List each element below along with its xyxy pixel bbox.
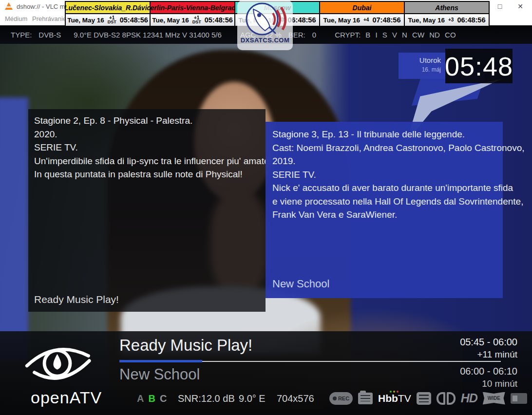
clock-time: 06:48:56 — [457, 16, 485, 24]
epg-line: In questa puntata in palestra sulle note… — [34, 168, 261, 181]
letter-a: A — [137, 393, 144, 404]
epg-line: Nick e' accusato di aver barato durante … — [272, 181, 498, 195]
clock-city-label: Berlin-Paris-Vienna-Belgrade — [151, 2, 234, 14]
smartcard-status-letters: A B C — [137, 393, 167, 404]
clock-dubai[interactable]: Dubai Tue, May 16 +4 07:48:56 — [319, 1, 405, 27]
now-remaining: +11 minút — [477, 349, 517, 360]
widescreen-label: WIDE — [488, 396, 500, 401]
epg-line: Frank Van Vera e SaraWiener. — [272, 208, 498, 222]
menu-item-media[interactable]: Médium — [5, 15, 27, 22]
clock-dst-label: DST — [108, 20, 116, 24]
vlc-logo-band — [6, 6, 12, 8]
epg-current-title: Ready Music Play! — [34, 294, 119, 305]
epg-line: Stagione 2, Ep. 8 - Physical - Palestra. — [34, 114, 261, 128]
transponder-info: 9.0°E DVB-S2 8PSK 12341 MHz V 31400 5/6 — [74, 31, 222, 39]
maximize-button[interactable]: □ — [490, 0, 510, 13]
clock-lucenec[interactable]: Lučenec-Slovakia_R.Dávid Tue, May 16 +1 … — [65, 1, 151, 27]
orbital-position: 9.0° E — [239, 393, 266, 404]
snr-value: SNR:12.0 dB — [178, 393, 235, 404]
epg-line: e viene processato nella Hall Of Legends… — [272, 195, 498, 208]
clock-digits: 05:48 — [445, 51, 513, 81]
clock-athens[interactable]: Athens Tue, May 16 +3 06:48:56 — [404, 1, 490, 27]
hbbtv-icon: HbbTV — [378, 393, 411, 404]
epg-current-event-box: Stagione 2, Ep. 8 - Physical - Palestra.… — [28, 109, 266, 312]
clock-offset-block: +1 DST — [108, 16, 116, 24]
clock-time: 07:48:56 — [372, 16, 400, 24]
epg-line: SERIE TV. — [34, 141, 261, 154]
clock-city-label: Athens — [405, 2, 489, 14]
clock-offset-block: +1 DST — [192, 16, 201, 24]
next-duration: 10 minút — [482, 378, 517, 389]
hbbtv-tv-text: TV — [398, 393, 411, 404]
epg-line: 2019. — [272, 154, 498, 168]
clock-body: Tue, May 16 +1 DST 05:48:56 — [66, 14, 150, 26]
type-label: TYPE: — [11, 31, 32, 39]
receiver-clock-widget: 05:48 — [445, 49, 513, 83]
satellite-logo-icon — [241, 0, 289, 38]
next-time-range: 06:00 - 06:10 — [460, 366, 517, 377]
record-dot — [333, 396, 337, 400]
infobar-event-title: Ready Music Play! — [119, 336, 252, 355]
clock-city-label: Lučenec-Slovakia_R.Dávid — [66, 2, 150, 14]
epg-next-channel: New School — [272, 278, 329, 290]
clock-time: 05:48:56 — [205, 16, 233, 24]
hbbtv-dots — [390, 391, 399, 393]
clock-date: Tue, May 16 — [67, 17, 104, 24]
epg-next-event-box: Stagione 3, Ep. 13 - Il tribunale delle … — [266, 122, 503, 298]
clock-dst-label: DST — [192, 20, 201, 24]
clock-date: Tue, May 16 — [152, 17, 189, 24]
epg-line: Cast: Noemi Brazzoli, Andrea Castronovo,… — [272, 141, 498, 155]
teletext-icon — [417, 392, 431, 405]
infobar-channel-name: New School — [119, 366, 200, 383]
menu-item-playback[interactable]: Prehrávanie — [32, 15, 66, 22]
receiver-infobar: openATV Ready Music Play! New School 05:… — [0, 331, 532, 415]
receiver-date-widget: Utorok 16. máj — [399, 53, 445, 79]
record-icon: REC — [329, 392, 353, 405]
record-label: REC — [338, 396, 349, 401]
clock-date: Tue, May 16 — [323, 17, 361, 24]
openatv-brand: openATV — [31, 388, 102, 407]
dolby-icon — [437, 392, 456, 405]
tuner-icon — [358, 393, 373, 404]
type-value: DVB-S — [38, 31, 61, 39]
epg-line: Un'imperdibile sfida di lip-sync tra le … — [34, 154, 261, 168]
letter-c: C — [160, 393, 167, 404]
clock-utc-offset: +4 — [363, 18, 369, 22]
clock-berlin[interactable]: Berlin-Paris-Vienna-Belgrade Tue, May 16… — [150, 1, 235, 27]
ber-value: 0 — [312, 31, 316, 39]
clock-body: Tue, May 16 +1 DST 05:48:56 — [151, 14, 234, 26]
crypt-systems: B I S V N CW ND CO — [365, 31, 456, 39]
video-resolution: 704x576 — [277, 393, 314, 404]
status-icons-row: REC HbbTV HD WIDE — [329, 391, 527, 405]
clock-utc-offset: +3 — [448, 18, 454, 22]
watermark-text: DXSATCS.COM — [241, 37, 290, 44]
widescreen-icon: WIDE — [483, 392, 505, 405]
clock-city-label: Dubai — [320, 2, 404, 14]
crypt-label: CRYPT: — [335, 31, 361, 39]
ci-card-icon — [511, 393, 527, 404]
clock-body: Tue, May 16 +4 07:48:56 — [320, 14, 404, 26]
epg-line: Stagione 3, Ep. 13 - Il tribunale delle … — [272, 128, 498, 141]
dxsatcs-watermark: DXSATCS.COM — [237, 0, 293, 50]
event-progress-track — [202, 361, 501, 362]
event-progress-bar — [119, 360, 202, 362]
epg-line: SERIE TV. — [272, 168, 498, 182]
openatv-eye-icon — [22, 337, 93, 386]
date-label: 16. máj — [399, 66, 441, 73]
clock-date: Tue, May 16 — [408, 17, 445, 24]
close-button[interactable]: ✕ — [511, 0, 530, 13]
clock-offset-block: +3 — [448, 18, 454, 22]
epg-line: 2020. — [34, 128, 261, 141]
now-time-range: 05:45 - 06:00 — [460, 337, 517, 348]
window-title: dshow:// - VLC med — [17, 3, 72, 10]
letter-b: B — [148, 393, 155, 404]
hbbtv-bold-text: Hbb — [378, 393, 398, 404]
clock-time: 05:48:56 — [120, 16, 148, 24]
scene-blue-wall — [0, 97, 28, 360]
clock-body: Tue, May 16 +3 06:48:56 — [405, 14, 489, 26]
vlc-window: dshow:// - VLC med □ ✕ Médium Prehrávani… — [0, 0, 532, 415]
clock-offset-block: +4 — [363, 18, 369, 22]
hd-icon: HD — [461, 391, 477, 405]
weekday-label: Utorok — [399, 56, 441, 64]
